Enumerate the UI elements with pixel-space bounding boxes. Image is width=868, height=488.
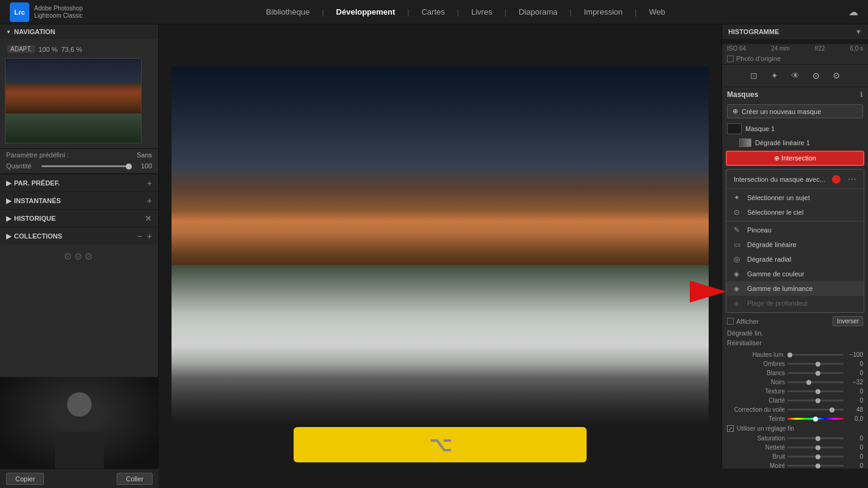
dropdown-item-gamme-couleur[interactable]: ◈ Gamme de couleur — [726, 267, 864, 281]
slider-thumb[interactable] — [126, 163, 132, 170]
instantanes-section[interactable]: ▶ Instantanés + — [0, 192, 158, 209]
dropdown-item-degrade-rad[interactable]: ◎ Dégradé radial — [726, 252, 864, 267]
navigation-label: Navigation — [14, 28, 55, 35]
mask-tool[interactable]: ⊙ — [809, 68, 823, 83]
clarte-slider[interactable] — [787, 400, 844, 401]
nav-developpement[interactable]: Développement — [336, 7, 396, 16]
moire-slider[interactable] — [787, 465, 844, 467]
dropdown-title-item: Intersection du masque avec... ⋯ — [726, 171, 864, 187]
three-dots-icon[interactable]: ⋯ — [848, 174, 856, 184]
checkbox-origine[interactable] — [727, 56, 734, 62]
quantite-slider[interactable] — [42, 165, 132, 167]
ombres-value: 0 — [846, 361, 863, 367]
paste-btn[interactable]: Coller — [117, 473, 153, 485]
teinte-thumb[interactable] — [813, 417, 818, 422]
noirs-value: −32 — [846, 379, 863, 386]
degrade-lineaire1-label: Dégradé linéaire 1 — [755, 139, 810, 146]
create-mask-label: Créer un nouveau masque — [742, 108, 821, 115]
settings-tool[interactable]: ⚙ — [830, 68, 844, 83]
teinte-value: 0,0 — [846, 415, 863, 422]
ombres-slider[interactable] — [787, 363, 844, 365]
dropdown-item-sujet[interactable]: ✦ Sélectionner un sujet — [726, 190, 864, 205]
correction-slider[interactable] — [787, 409, 844, 411]
bruit-slider[interactable] — [787, 456, 844, 458]
blancs-slider[interactable] — [787, 372, 844, 374]
dropdown-item-pinceau[interactable]: ✎ Pinceau — [726, 223, 864, 237]
nav-web[interactable]: Web — [649, 7, 665, 16]
histogram-collapse[interactable]: ▼ — [855, 28, 862, 35]
triangle-right-icon2: ▶ — [6, 197, 11, 205]
crop-tool[interactable]: ⊡ — [747, 68, 761, 83]
adapt-badge[interactable]: ADAPT. — [7, 45, 35, 53]
afficher-row: Afficher Inverser — [722, 314, 868, 328]
inverser-btn[interactable]: Inverser — [833, 316, 863, 326]
nettete-thumb[interactable] — [816, 445, 820, 450]
correction-thumb[interactable] — [830, 407, 834, 412]
navigation-thumbnail[interactable] — [5, 58, 142, 143]
adj-sliders: Hautes lum. −100 Ombres 0 Blancs — [722, 348, 868, 468]
bruit-thumb[interactable] — [816, 454, 820, 459]
left-panel: ▼ Navigation ADAPT. 100 % 73,6 % — [0, 24, 159, 468]
hautes-thumb[interactable] — [787, 353, 792, 357]
hist-info: ISO 64 24 mm f/22 6,0 s — [722, 44, 868, 53]
nav-bibliotheque[interactable]: Bibliothèque — [266, 7, 310, 16]
collections-add[interactable]: + — [147, 231, 152, 241]
adj-row-ombres: Ombres 0 — [722, 359, 868, 368]
texture-thumb[interactable] — [816, 389, 820, 394]
create-mask-btn[interactable]: ⊕ Créer un nouveau masque — [727, 104, 863, 118]
checkbox-afficher[interactable] — [727, 318, 734, 325]
cloud-icon[interactable]: ☁ — [848, 6, 858, 18]
gamme-couleur-icon: ◈ — [734, 270, 742, 278]
nav-livres[interactable]: Livres — [471, 7, 493, 16]
par-predef-section[interactable]: ▶ Par. prédef. + — [0, 174, 158, 192]
adj-row-blancs: Blancs 0 — [722, 368, 868, 378]
nav-diaporama[interactable]: Diaporama — [519, 7, 558, 16]
intersection-row[interactable]: ⊕ Intersection — [726, 151, 864, 166]
reglage-fin-checkbox[interactable]: ✓ — [727, 425, 734, 432]
copy-btn[interactable]: Copier — [6, 473, 44, 485]
collections-minus[interactable]: − — [137, 231, 142, 241]
blancs-thumb[interactable] — [816, 371, 820, 376]
dropdown-item-gamme-luminance[interactable]: ◈ Gamme de luminance — [726, 281, 864, 296]
navigation-header[interactable]: ▼ Navigation — [0, 24, 158, 39]
degrade-lineaire1-item[interactable]: Dégradé linéaire 1 — [722, 137, 868, 149]
top-navigation: Bibliothèque | Développement | Cartes | … — [266, 7, 665, 16]
photo-origine-btn[interactable]: Photo d'origine — [722, 53, 868, 64]
moire-thumb[interactable] — [816, 464, 820, 468]
par-predef-add[interactable]: + — [147, 178, 152, 188]
top-bar-right: ☁ — [848, 6, 858, 18]
plus-icon: ⊕ — [732, 107, 738, 115]
ombres-thumb[interactable] — [816, 362, 820, 367]
photo-container[interactable] — [172, 66, 709, 426]
collections-section[interactable]: ▶ Collections − + — [0, 227, 158, 245]
hautes-slider[interactable] — [787, 354, 844, 356]
masques-info-icon[interactable]: ℹ — [860, 90, 863, 99]
bottom-bar: Copier Coller — [0, 468, 159, 488]
collections-content: ⚙⚙⚙ — [0, 245, 158, 271]
instantanes-add[interactable]: + — [147, 196, 152, 206]
noirs-slider[interactable] — [787, 381, 844, 383]
red-eye-tool[interactable]: 👁 — [788, 68, 803, 83]
noirs-thumb[interactable] — [806, 380, 811, 385]
nettete-slider[interactable] — [787, 447, 844, 448]
saturation-slider[interactable] — [787, 437, 844, 439]
nav-cartes[interactable]: Cartes — [421, 7, 444, 16]
historique-section[interactable]: ▶ Historique ✕ — [0, 209, 158, 227]
gamme-luminance-label: Gamme de luminance — [747, 285, 813, 292]
top-bar: Lrc Adobe Photoshop Lightroom Classic Bi… — [0, 0, 868, 24]
healing-tool[interactable]: ✦ — [767, 68, 782, 83]
saturation-thumb[interactable] — [816, 436, 820, 441]
degrade-lin-info-label: Dégradé lin. — [727, 329, 763, 337]
iso-value: ISO 64 — [727, 45, 746, 52]
dropdown-item-degrade-lin[interactable]: ▭ Dégradé linéaire — [726, 237, 864, 252]
adj-row-moire: Moiré 0 — [722, 461, 868, 468]
dropdown-item-ciel[interactable]: ⊙ Sélectionner le ciel — [726, 205, 864, 220]
teinte-slider[interactable] — [787, 418, 844, 420]
blancs-label: Blancs — [727, 370, 785, 376]
historique-close[interactable]: ✕ — [145, 214, 152, 223]
texture-slider[interactable] — [787, 390, 844, 392]
clarte-thumb[interactable] — [816, 398, 820, 403]
nav-impression[interactable]: Impression — [584, 7, 623, 16]
masque1-header[interactable]: Masque 1 — [727, 123, 863, 134]
aperture-value: f/22 — [815, 45, 825, 52]
